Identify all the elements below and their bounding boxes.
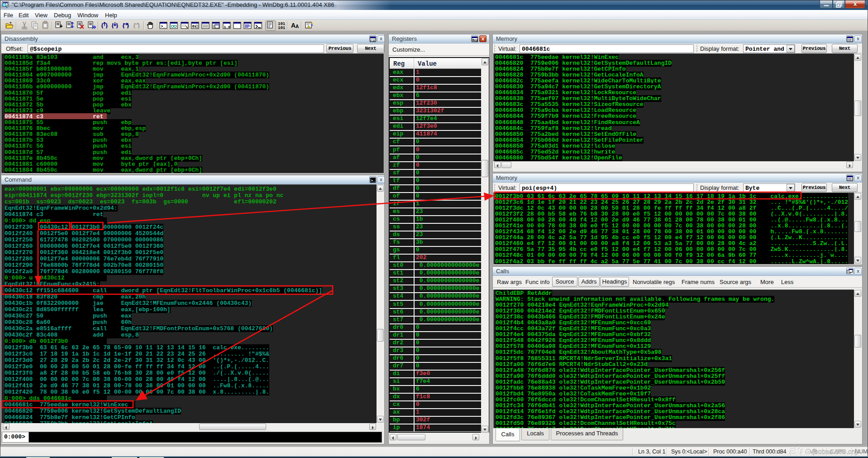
svg-text:{ }: { } bbox=[133, 22, 140, 29]
svg-text:Reg: Reg bbox=[472, 39, 478, 42]
svg-text:{ }: { } bbox=[122, 22, 129, 29]
svg-text:>_: >_ bbox=[371, 178, 376, 183]
svg-text:101: 101 bbox=[278, 26, 286, 30]
svg-text:>_: >_ bbox=[161, 24, 166, 29]
svg-text:A: A bbox=[296, 24, 299, 29]
svg-text:(bobao.360.cn): (bobao.360.cn) bbox=[812, 448, 858, 455]
svg-text:1.0: 1.0 bbox=[224, 25, 231, 29]
svg-text:A: A bbox=[291, 22, 296, 29]
